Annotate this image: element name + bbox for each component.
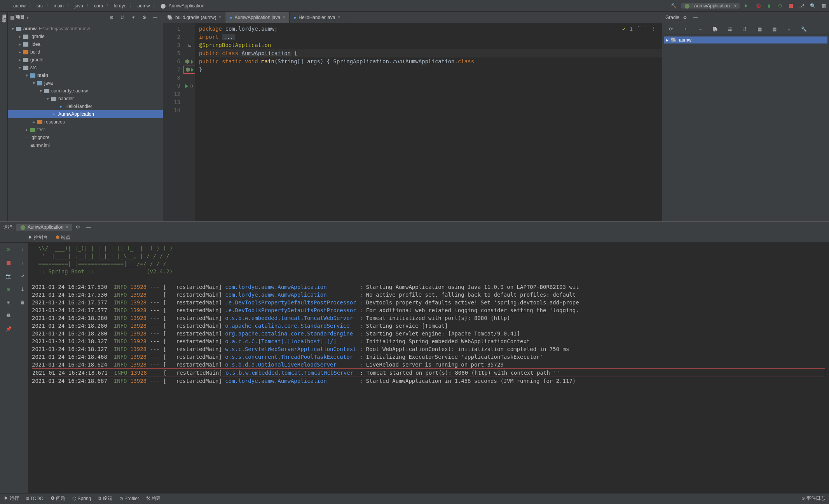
tree-node[interactable]: ●HelloHandler xyxy=(8,103,163,110)
crumb[interactable]: aumw xyxy=(136,3,151,9)
tree-node[interactable]: ▸build xyxy=(8,48,163,56)
rerun-icon[interactable]: ⟳ xyxy=(4,245,13,254)
editor-tab[interactable]: ●HelloHandler.java× xyxy=(290,12,344,23)
tree-node[interactable]: ▸test xyxy=(8,126,163,134)
crumb[interactable]: main xyxy=(52,3,65,9)
elephant-icon[interactable]: 🐘 xyxy=(710,24,720,34)
run-toolbar: ⟳ 📷 ⊕ ⊞ 🖶 📌 xyxy=(0,243,17,493)
editor-tabs: 🐘build.gradle (aumw)×●AumwApplication.ja… xyxy=(163,12,662,23)
hide-icon[interactable]: — xyxy=(84,222,93,232)
console-output[interactable]: \\/ ___)| |_)| | | | | || (_| | ) ) ) ) … xyxy=(28,243,829,493)
left-toolwindow-bar: ▦ 结构 xyxy=(0,12,8,221)
code-area[interactable]: 12356789121314 ⊟⬢◗⬢⊟ package com.lordye.… xyxy=(163,23,662,221)
crumb[interactable]: ⬤ AumwApplication xyxy=(159,3,207,9)
hide-icon[interactable]: — xyxy=(691,13,700,22)
crumb[interactable]: com xyxy=(92,3,105,9)
build-icon[interactable]: 🔨 xyxy=(669,1,678,10)
run-tab[interactable]: ⬤AumwApplication× xyxy=(16,224,72,231)
scroll-icon[interactable]: ⤓ xyxy=(18,285,27,294)
locate-icon[interactable]: ⊕ xyxy=(107,13,116,22)
editor-tab[interactable]: 🐘build.gradle (aumw)× xyxy=(163,12,225,23)
task-icon[interactable]: ⇶ xyxy=(725,24,735,34)
tree-node[interactable]: ▸gradle xyxy=(8,56,163,64)
refresh-icon[interactable]: ⟳ xyxy=(666,24,675,34)
profile-icon[interactable]: ⊙ xyxy=(775,1,785,10)
right-toolwindow-bar xyxy=(821,16,829,19)
endpoints-tab[interactable]: ⬢ 端点 xyxy=(56,234,70,241)
gear-icon[interactable]: ⚙ xyxy=(680,13,689,22)
gear-icon[interactable]: ⚙ xyxy=(140,13,149,22)
wrench-icon[interactable]: 🔧 xyxy=(799,24,808,34)
statusbar-item[interactable]: ▶ 运行 xyxy=(4,495,19,502)
tree-node[interactable]: ▾com.lordye.aumw xyxy=(8,87,163,95)
run-icon[interactable] xyxy=(743,1,752,10)
crumb[interactable]: lordye xyxy=(112,3,128,9)
clear-icon[interactable]: 🗑 xyxy=(18,298,27,307)
project-panel: ▦ 项目 ▾ ⊕ ⇵ ✶ ⚙ — ▾ aumwE:\code\java\lear… xyxy=(8,12,163,221)
stop-icon[interactable] xyxy=(4,258,13,268)
tree-node[interactable]: ▸.gradle xyxy=(8,33,163,40)
tree-node[interactable]: ▫aumw.iml xyxy=(8,141,163,149)
camera-icon[interactable]: 📷 xyxy=(4,271,13,281)
breadcrumbs: aumw〉 src〉 main〉 java〉 com〉 lordye〉 aumw… xyxy=(0,0,829,12)
project-tree[interactable]: ▾ aumwE:\code\java\learn\aumw ▸.gradle▸.… xyxy=(8,23,163,221)
code-lines[interactable]: package com.lordye.aumw;import ...@Sprin… xyxy=(195,23,662,221)
editor-tab[interactable]: ●AumwApplication.java× xyxy=(225,12,290,23)
tree-node[interactable]: ▸.idea xyxy=(8,40,163,48)
tree-node[interactable]: ▸resources xyxy=(8,118,163,126)
editor: 🐘build.gradle (aumw)×●AumwApplication.ja… xyxy=(163,12,662,221)
minus-icon[interactable]: − xyxy=(696,24,705,34)
run-config-selector[interactable]: ⬤ AumwApplication ▾ xyxy=(681,3,740,9)
project-tab-label[interactable]: 项目 xyxy=(16,14,25,21)
project-toolwindow-button[interactable]: ▦ xyxy=(1,14,6,19)
collapse-icon[interactable]: ⇵ xyxy=(118,13,127,22)
print-icon[interactable]: 🖶 xyxy=(4,311,13,320)
tree-node[interactable]: ▾src xyxy=(8,64,163,71)
gradle-panel: Gradle ⚙ — ⟳ + − 🐘 ⇶ ⇵ ▦ ▤ ⌿ 🔧 ▸🐘aumw xyxy=(662,12,829,221)
statusbar-item[interactable]: ⚒ 构建 xyxy=(146,495,161,502)
tree-node[interactable]: ▾java xyxy=(8,79,163,87)
hide-icon[interactable]: — xyxy=(150,13,160,22)
settings-icon[interactable]: ▦ xyxy=(819,1,828,10)
project-tab-icon: ▦ xyxy=(10,15,14,20)
tree-node[interactable]: ▾handler xyxy=(8,95,163,103)
gear-icon[interactable]: ⚙ xyxy=(73,222,82,232)
run-panel: 运行: ⬤AumwApplication× ⚙ — ▶ 控制台 ⬢ 端点 ⟳ 📷… xyxy=(0,221,829,493)
inspection-status[interactable]: ✔1 ˆˇ⋮ xyxy=(622,26,656,32)
plus-icon[interactable]: + xyxy=(681,24,690,34)
coverage-icon[interactable]: ◗ xyxy=(764,1,774,10)
statusbar-item[interactable]: ⬡ Spring xyxy=(72,496,91,501)
up-icon[interactable]: ↑ xyxy=(18,245,27,254)
gradle-root[interactable]: ▸🐘aumw xyxy=(664,36,827,43)
down-icon[interactable]: ↓ xyxy=(18,258,27,268)
statusbar-item[interactable]: ❶ 问题 xyxy=(51,495,65,502)
crumb[interactable]: aumw xyxy=(12,3,27,9)
tree-root[interactable]: ▾ aumwE:\code\java\learn\aumw xyxy=(8,25,163,33)
layout-icon[interactable]: ⊞ xyxy=(4,298,13,307)
gutter-icons[interactable]: ⊟⬢◗⬢⊟ xyxy=(183,23,195,221)
task-icon[interactable]: ⇵ xyxy=(740,24,749,34)
tree-node[interactable]: ▾main xyxy=(8,71,163,79)
task-icon[interactable]: ▤ xyxy=(770,24,779,34)
statusbar-item[interactable]: ≡ TODO xyxy=(26,496,44,501)
statusbar-item[interactable]: ⊙ Profiler xyxy=(119,496,139,501)
crumb[interactable]: java xyxy=(73,3,85,9)
event-log[interactable]: ⊙ 事件日志 xyxy=(801,495,825,502)
debug-icon[interactable]: 🐞 xyxy=(754,1,763,10)
console-tab[interactable]: ▶ 控制台 xyxy=(28,234,48,241)
actuator-icon[interactable]: ⊕ xyxy=(4,285,13,294)
search-icon[interactable]: 🔍 xyxy=(808,1,817,10)
git-icon[interactable]: ⎇ xyxy=(797,1,806,10)
stop-icon[interactable] xyxy=(786,1,796,10)
tree-node[interactable]: ●AumwApplication xyxy=(8,110,163,118)
statusbar-item[interactable]: ⧉ 终端 xyxy=(98,495,112,502)
console-toolbar: ↑ ↓ ⤶ ⤓ 🗑 xyxy=(17,243,28,493)
wrap-icon[interactable]: ⤶ xyxy=(18,271,27,281)
tree-node[interactable]: ▫.gitignore xyxy=(8,134,163,141)
offline-icon[interactable]: ⌿ xyxy=(784,24,794,34)
pin-icon[interactable]: 📌 xyxy=(4,324,13,334)
statusbar: ▶ 运行≡ TODO❶ 问题⬡ Spring⧉ 终端⊙ Profiler⚒ 构建… xyxy=(0,493,829,503)
expand-icon[interactable]: ✶ xyxy=(129,13,138,22)
task-icon[interactable]: ▦ xyxy=(755,24,764,34)
crumb[interactable]: src xyxy=(35,3,44,9)
